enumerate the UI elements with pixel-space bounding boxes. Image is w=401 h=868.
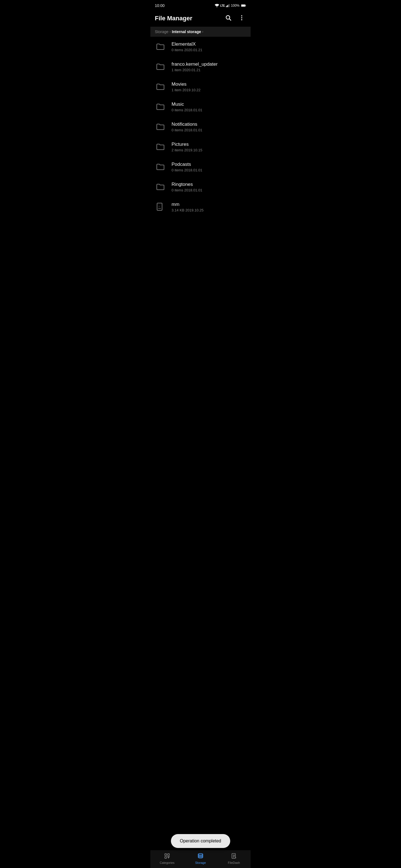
- file-name: Music: [172, 101, 246, 107]
- search-icon: [225, 14, 232, 21]
- app-bar-actions: [224, 13, 246, 23]
- folder-icon: [155, 121, 166, 132]
- svg-rect-1: [226, 6, 226, 7]
- file-name: franco.kernel_updater: [172, 61, 246, 67]
- battery-percent: 100%: [231, 4, 239, 7]
- file-name: ElementalX: [172, 41, 246, 47]
- list-item[interactable]: Music 0 items 2018.01.01: [150, 97, 251, 117]
- svg-rect-3: [228, 5, 228, 7]
- breadcrumb-chevron-2: ›: [202, 30, 203, 34]
- signal-icon: [226, 4, 230, 7]
- status-time: 10:00: [155, 3, 165, 8]
- app-title: File Manager: [155, 15, 192, 22]
- file-info: mm 3.14 KB 2019.10.25: [172, 202, 246, 212]
- file-info: Podcasts 0 items 2018.01.01: [172, 162, 246, 172]
- svg-rect-4: [228, 4, 229, 7]
- more-options-button[interactable]: [237, 13, 246, 23]
- list-item[interactable]: franco.kernel_updater 1 item 2020.01.21: [150, 57, 251, 77]
- file-meta: 0 items 2018.01.01: [172, 128, 246, 132]
- folder-icon: [155, 181, 166, 192]
- file-meta: 0 items 2018.01.01: [172, 108, 246, 112]
- list-item[interactable]: Movies 1 item 2019.10.22: [150, 77, 251, 97]
- search-button[interactable]: [224, 13, 233, 23]
- list-item[interactable]: Ringtones 0 items 2018.01.01: [150, 177, 251, 197]
- breadcrumb-chevron-1: ›: [170, 30, 171, 34]
- file-meta: 0 items 2020.01.21: [172, 48, 246, 52]
- file-name: mm: [172, 202, 246, 207]
- file-info: Music 0 items 2018.01.01: [172, 101, 246, 112]
- file-meta: 0 items 2018.01.01: [172, 168, 246, 172]
- file-name: Pictures: [172, 142, 246, 147]
- folder-icon: [155, 41, 166, 52]
- status-icons: LTE 100%: [215, 4, 246, 7]
- wifi-icon: [215, 4, 219, 7]
- file-name: Notifications: [172, 122, 246, 127]
- file-meta: 1 item 2020.01.21: [172, 68, 246, 72]
- status-bar: 10:00 LTE 100%: [150, 0, 251, 10]
- folder-icon: [155, 141, 166, 152]
- list-item[interactable]: ElementalX 0 items 2020.01.21: [150, 37, 251, 57]
- file-meta: 0 items 2018.01.01: [172, 188, 246, 192]
- more-vert-icon: [238, 14, 245, 21]
- file-name: Movies: [172, 82, 246, 87]
- breadcrumb-internal-storage[interactable]: Internal storage: [172, 30, 201, 34]
- svg-rect-2: [227, 6, 227, 7]
- file-meta: 2 items 2019.10.15: [172, 148, 246, 152]
- file-info: franco.kernel_updater 1 item 2020.01.21: [172, 61, 246, 72]
- folder-icon: [155, 81, 166, 92]
- file-info: Movies 1 item 2019.10.22: [172, 82, 246, 92]
- folder-icon: [155, 161, 166, 173]
- app-bar: File Manager: [150, 10, 251, 27]
- svg-point-13: [241, 19, 242, 20]
- svg-rect-8: [241, 5, 245, 6]
- list-item[interactable]: ? mm 3.14 KB 2019.10.25: [150, 197, 251, 217]
- file-name: Podcasts: [172, 162, 246, 167]
- svg-point-12: [241, 17, 242, 18]
- svg-text:?: ?: [159, 205, 160, 208]
- breadcrumb-storage[interactable]: Storage: [155, 30, 169, 34]
- svg-rect-5: [229, 4, 229, 7]
- list-item[interactable]: Podcasts 0 items 2018.01.01: [150, 157, 251, 177]
- battery-icon: [241, 4, 246, 7]
- file-list: ElementalX 0 items 2020.01.21 franco.ker…: [150, 37, 251, 239]
- list-item[interactable]: Notifications 0 items 2018.01.01: [150, 117, 251, 137]
- file-meta: 3.14 KB 2019.10.25: [172, 208, 246, 212]
- folder-icon: [155, 61, 166, 72]
- folder-icon: [155, 101, 166, 113]
- breadcrumb: Storage › Internal storage ›: [150, 27, 251, 37]
- svg-point-11: [241, 15, 242, 17]
- svg-point-0: [217, 7, 217, 7]
- file-info: ElementalX 0 items 2020.01.21: [172, 41, 246, 52]
- list-item[interactable]: Pictures 2 items 2019.10.15: [150, 137, 251, 157]
- file-unknown-icon: ?: [155, 202, 166, 213]
- file-info: Pictures 2 items 2019.10.15: [172, 142, 246, 152]
- file-meta: 1 item 2019.10.22: [172, 88, 246, 92]
- lte-icon: LTE: [220, 4, 225, 7]
- file-name: Ringtones: [172, 182, 246, 187]
- svg-rect-7: [246, 5, 246, 6]
- file-info: Ringtones 0 items 2018.01.01: [172, 182, 246, 192]
- svg-line-10: [229, 19, 231, 21]
- file-info: Notifications 0 items 2018.01.01: [172, 122, 246, 132]
